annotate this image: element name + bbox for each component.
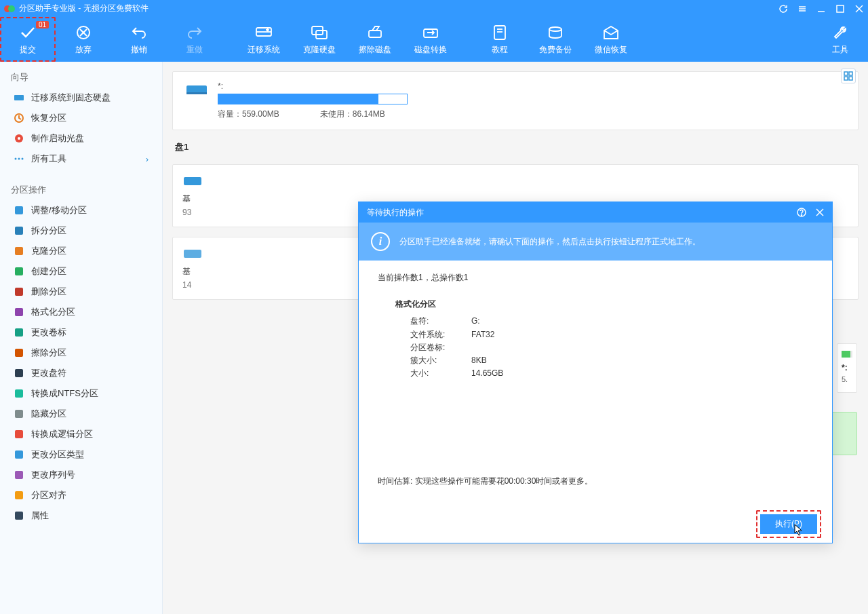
dialog-titlebar: 等待执行的操作 xyxy=(359,202,832,223)
current-ops-text: 当前操作数1，总操作数1 xyxy=(378,271,813,284)
op-detail-row: 大小:14.65GB xyxy=(410,367,813,380)
redo-button[interactable]: 重做 xyxy=(167,17,222,62)
svg-rect-39 xyxy=(15,410,23,418)
op-item[interactable]: 属性 xyxy=(0,505,162,526)
dots-icon xyxy=(14,153,24,164)
wizard-header: 向导 xyxy=(0,67,162,88)
convert-icon xyxy=(422,24,439,41)
op-icon xyxy=(14,490,24,501)
cancel-icon xyxy=(75,24,92,41)
svg-rect-6 xyxy=(837,5,844,12)
disk-summary: *: 容量：559.00MB 未使用：86.14MB xyxy=(172,71,859,130)
svg-rect-34 xyxy=(15,308,23,316)
svg-point-28 xyxy=(22,158,24,160)
maximize-icon[interactable] xyxy=(835,4,845,14)
op-icon xyxy=(14,266,24,277)
svg-rect-16 xyxy=(369,31,381,37)
drive-icon xyxy=(185,83,208,96)
recover-icon xyxy=(14,113,24,123)
backup-button[interactable]: 免费备份 xyxy=(528,17,583,62)
wizard-all-tools[interactable]: 所有工具 › xyxy=(0,149,162,169)
menu-icon[interactable] xyxy=(797,4,807,14)
svg-rect-51 xyxy=(184,177,201,185)
discard-button[interactable]: 放弃 xyxy=(56,17,111,62)
minimize-icon[interactable] xyxy=(816,4,826,14)
svg-rect-42 xyxy=(15,471,23,479)
wizard-migrate[interactable]: 迁移系统到固态硬盘 xyxy=(0,88,162,108)
op-detail-row: 簇大小:8KB xyxy=(410,354,813,367)
clone-button[interactable]: 克隆硬盘 xyxy=(292,17,347,62)
tutorial-button[interactable]: 教程 xyxy=(472,17,528,62)
op-icon xyxy=(14,408,24,419)
wizard-recover[interactable]: 恢复分区 xyxy=(0,108,162,128)
convert-button[interactable]: 磁盘转换 xyxy=(403,17,458,62)
undo-button[interactable]: 撤销 xyxy=(111,17,167,62)
svg-point-54 xyxy=(801,214,802,215)
op-item[interactable]: 隐藏分区 xyxy=(0,404,162,424)
pending-ops-dialog: 等待执行的操作 i 分区助手已经准备就绪，请确认下面的操作，然后点击执行按钮让程… xyxy=(358,202,833,543)
op-item[interactable]: 创建分区 xyxy=(0,261,162,282)
op-item[interactable]: 转换成逻辑分区 xyxy=(0,424,162,444)
op-icon xyxy=(14,286,24,297)
svg-rect-18 xyxy=(494,26,505,39)
tools-button[interactable]: 工具 xyxy=(812,17,868,62)
op-icon xyxy=(14,368,24,379)
svg-rect-36 xyxy=(15,349,23,357)
svg-rect-33 xyxy=(15,288,23,296)
undo-icon xyxy=(130,24,148,41)
op-icon xyxy=(14,307,24,318)
cursor-icon xyxy=(794,524,804,536)
migrate-icon xyxy=(255,24,273,41)
op-item[interactable]: 转换成NTFS分区 xyxy=(0,383,162,404)
op-item[interactable]: 删除分区 xyxy=(0,282,162,302)
submit-button[interactable]: 01 提交 xyxy=(0,17,56,62)
op-item[interactable]: 更改序列号 xyxy=(0,465,162,485)
op-item[interactable]: 分区对齐 xyxy=(0,485,162,505)
op-item[interactable]: 更改分区类型 xyxy=(0,444,162,465)
op-icon xyxy=(14,469,24,480)
partition-card[interactable]: *: 5. xyxy=(837,343,857,393)
view-grid-icon[interactable] xyxy=(841,69,856,83)
wipe-button[interactable]: 擦除磁盘 xyxy=(347,17,403,62)
op-item[interactable]: 拆分分区 xyxy=(0,220,162,241)
refresh-icon[interactable] xyxy=(778,4,788,14)
op-icon xyxy=(14,347,24,358)
svg-point-25 xyxy=(18,137,20,140)
wizard-bootdisk[interactable]: 制作启动光盘 xyxy=(0,128,162,149)
dialog-close-icon[interactable] xyxy=(816,208,824,216)
dialog-title: 等待执行的操作 xyxy=(367,207,424,218)
info-icon: i xyxy=(371,232,390,251)
migrate-button[interactable]: 迁移系统 xyxy=(236,17,292,62)
disk-usage-bar xyxy=(218,94,408,104)
op-icon xyxy=(14,327,24,338)
svg-rect-22 xyxy=(14,95,24,100)
op-item[interactable]: 擦除分区 xyxy=(0,343,162,363)
toolbar: 01 提交 放弃 撤销 重做 迁移系统 克隆硬盘 擦除磁盘 磁盘转换 教程 免费… xyxy=(0,17,868,62)
svg-rect-30 xyxy=(15,227,23,235)
op-item[interactable]: 更改盘符 xyxy=(0,363,162,383)
op-detail-row: 盘符:G: xyxy=(410,315,813,328)
cd-icon xyxy=(14,133,24,144)
disk-header: 盘1 xyxy=(172,140,859,155)
disk-label: *: xyxy=(218,81,408,91)
svg-rect-52 xyxy=(184,250,201,258)
time-estimate: 时间估算: 实现这些操作可能需要花00:00:30时间或者更多。 xyxy=(378,475,813,488)
dialog-banner: i 分区助手已经准备就绪，请确认下面的操作，然后点击执行按钮让程序正式地工作。 xyxy=(359,223,832,261)
svg-rect-40 xyxy=(15,430,23,438)
svg-rect-31 xyxy=(15,247,23,255)
submit-badge: 01 xyxy=(36,21,49,28)
op-icon xyxy=(14,205,24,216)
close-icon[interactable] xyxy=(854,4,864,14)
op-item[interactable]: 格式化分区 xyxy=(0,302,162,322)
main-area: *: 容量：559.00MB 未使用：86.14MB 盘1 基 93 xyxy=(163,62,868,614)
redo-icon xyxy=(186,24,203,41)
wechat-button[interactable]: 微信恢复 xyxy=(583,17,639,62)
op-icon xyxy=(14,225,24,236)
svg-rect-50 xyxy=(186,92,207,94)
help-icon[interactable] xyxy=(797,208,806,217)
op-item[interactable]: 更改卷标 xyxy=(0,322,162,343)
op-item[interactable]: 调整/移动分区 xyxy=(0,200,162,220)
op-item[interactable]: 克隆分区 xyxy=(0,241,162,261)
svg-rect-43 xyxy=(15,491,23,499)
dialog-footer: 执行(P) xyxy=(359,505,832,543)
